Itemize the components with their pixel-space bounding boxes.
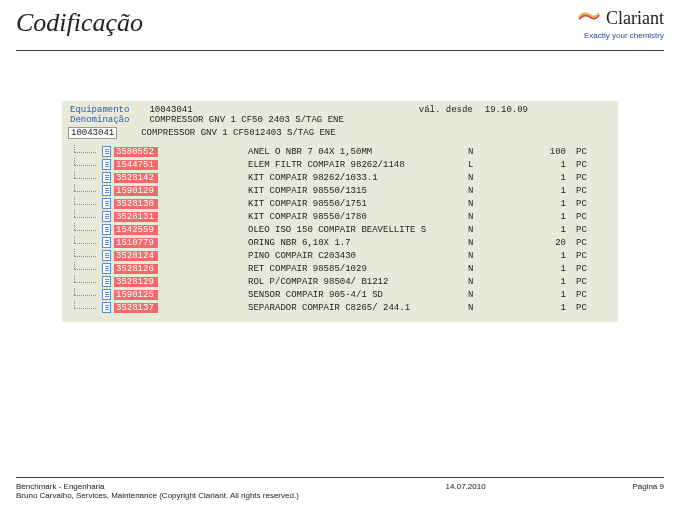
item-flag: N [468, 225, 473, 235]
item-qty: 20 [540, 238, 566, 248]
item-id: 1544751 [114, 160, 158, 170]
tree-row[interactable]: 3528129ROL P/COMPAIR 98504/ B1212N1PC [68, 275, 612, 288]
item-flag: N [468, 303, 473, 313]
item-desc: SEPARADOR COMPAIR C8265/ 244.1 [248, 303, 410, 313]
clariant-logo-icon [578, 10, 600, 28]
brand-tagline: Exactly your chemistry [584, 31, 664, 40]
tree-row[interactable]: 1544751ELEM FILTR COMPAIR 98262/1148L1PC [68, 158, 612, 171]
item-qty: 1 [540, 186, 566, 196]
document-icon [102, 198, 111, 209]
document-icon [102, 185, 111, 196]
tree-row[interactable]: 3528142KIT COMPAIR 98262/1033.1N1PC [68, 171, 612, 184]
item-id: 3528137 [114, 303, 158, 313]
brand-name: Clariant [606, 8, 664, 29]
tree-row[interactable]: 1590129KIT COMPAIR 98550/1315N1PC [68, 184, 612, 197]
item-desc: SENSOR COMPAIR 905-4/1 SD [248, 290, 383, 300]
item-id: 3528129 [114, 277, 158, 287]
item-unit: PC [576, 212, 587, 222]
tree-root-row[interactable]: 10043041 COMPRESSOR GNV 1 CF5012403 S/TA… [68, 127, 612, 139]
item-id: 3580552 [114, 147, 158, 157]
document-icon [102, 263, 111, 274]
item-qty: 1 [540, 290, 566, 300]
item-id: 3528142 [114, 173, 158, 183]
tree-root-desc: COMPRESSOR GNV 1 CF5012403 S/TAG ENE [141, 128, 335, 138]
item-desc: ELEM FILTR COMPAIR 98262/1148 [248, 160, 405, 170]
footer-page: Página 9 [632, 482, 664, 500]
item-desc: KIT COMPAIR 98550/1751 [248, 199, 367, 209]
tree-row[interactable]: 3528130KIT COMPAIR 98550/1751N1PC [68, 197, 612, 210]
valid-from-value: 19.10.09 [485, 105, 528, 115]
item-desc: KIT COMPAIR 98550/1780 [248, 212, 367, 222]
item-desc: RET COMPAIR 98585/1029 [248, 264, 367, 274]
document-icon [102, 224, 111, 235]
item-flag: N [468, 199, 473, 209]
item-unit: PC [576, 251, 587, 261]
item-id: 1542559 [114, 225, 158, 235]
component-tree: 3580552ANEL O NBR 7 04X 1,50MMN100PC1544… [68, 145, 612, 314]
document-icon [102, 276, 111, 287]
document-icon [102, 211, 111, 222]
document-icon [102, 250, 111, 261]
page-title: Codificação [16, 8, 143, 38]
tree-row[interactable]: 3528126RET COMPAIR 98585/1029N1PC [68, 262, 612, 275]
item-unit: PC [576, 290, 587, 300]
item-qty: 1 [540, 251, 566, 261]
item-desc: ANEL O NBR 7 04X 1,50MM [248, 147, 372, 157]
item-qty: 1 [540, 160, 566, 170]
item-desc: OLEO ISO 150 COMPAIR BEAVELLITE S [248, 225, 426, 235]
item-desc: PINO COMPAIR C203430 [248, 251, 356, 261]
brand-block: Clariant Exactly your chemistry [578, 8, 664, 40]
item-id: 1590129 [114, 186, 158, 196]
item-id: 3528126 [114, 264, 158, 274]
item-desc: ROL P/COMPAIR 98504/ B1212 [248, 277, 388, 287]
item-unit: PC [576, 277, 587, 287]
item-unit: PC [576, 225, 587, 235]
item-id: 1590125 [114, 290, 158, 300]
item-flag: N [468, 290, 473, 300]
tree-row[interactable]: 3528131KIT COMPAIR 98550/1780N1PC [68, 210, 612, 223]
item-unit: PC [576, 147, 587, 157]
equip-desc: COMPRESSOR GNV 1 CF50 2403 S/TAG ENE [149, 115, 343, 125]
item-flag: L [468, 160, 473, 170]
item-unit: PC [576, 264, 587, 274]
header-divider [16, 50, 664, 51]
tree-row[interactable]: 1510779ORING NBR 6,10X 1.7N20PC [68, 236, 612, 249]
item-desc: ORING NBR 6,10X 1.7 [248, 238, 351, 248]
item-qty: 1 [540, 303, 566, 313]
document-icon [102, 302, 111, 313]
item-unit: PC [576, 199, 587, 209]
footer-line1: Benchmark - Engenharia [16, 482, 299, 491]
item-qty: 1 [540, 277, 566, 287]
item-id: 3528124 [114, 251, 158, 261]
slide-footer: Benchmark - Engenharia Bruno Carvalho, S… [16, 477, 664, 500]
item-unit: PC [576, 160, 587, 170]
tree-root-id: 10043041 [68, 127, 117, 139]
footer-line2: Bruno Carvalho, Services, Maintenance (C… [16, 491, 299, 500]
document-icon [102, 146, 111, 157]
valid-from-label: vál. desde [419, 105, 473, 115]
document-icon [102, 159, 111, 170]
label-equipamento: Equipamento [70, 105, 129, 115]
item-id: 3528130 [114, 199, 158, 209]
item-flag: N [468, 212, 473, 222]
item-desc: KIT COMPAIR 98550/1315 [248, 186, 367, 196]
sap-screenshot-panel: Equipamento Denominação 10043041 COMPRES… [62, 101, 618, 322]
item-qty: 1 [540, 225, 566, 235]
item-qty: 1 [540, 212, 566, 222]
item-qty: 1 [540, 173, 566, 183]
document-icon [102, 289, 111, 300]
item-unit: PC [576, 186, 587, 196]
item-flag: N [468, 186, 473, 196]
tree-row[interactable]: 3528124PINO COMPAIR C203430N1PC [68, 249, 612, 262]
tree-row[interactable]: 3580552ANEL O NBR 7 04X 1,50MMN100PC [68, 145, 612, 158]
label-denominacao: Denominação [70, 115, 129, 125]
item-unit: PC [576, 173, 587, 183]
item-qty: 1 [540, 199, 566, 209]
item-qty: 100 [540, 147, 566, 157]
slide-header: Codificação Clariant Exactly your chemis… [0, 0, 680, 40]
tree-row[interactable]: 3528137SEPARADOR COMPAIR C8265/ 244.1N1P… [68, 301, 612, 314]
item-id: 1510779 [114, 238, 158, 248]
item-unit: PC [576, 303, 587, 313]
tree-row[interactable]: 1590125SENSOR COMPAIR 905-4/1 SDN1PC [68, 288, 612, 301]
tree-row[interactable]: 1542559OLEO ISO 150 COMPAIR BEAVELLITE S… [68, 223, 612, 236]
